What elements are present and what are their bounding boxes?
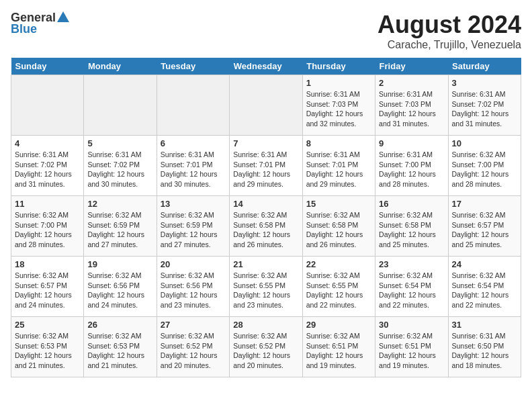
- day-number: 13: [161, 199, 226, 209]
- logo-arrow-icon: [57, 11, 69, 25]
- day-info: Sunrise: 6:31 AM Sunset: 6:50 PM Dayligh…: [452, 331, 517, 371]
- day-info: Sunrise: 6:31 AM Sunset: 7:02 PM Dayligh…: [452, 89, 517, 129]
- day-info: Sunrise: 6:32 AM Sunset: 6:57 PM Dayligh…: [452, 210, 517, 250]
- day-cell-23: 23Sunrise: 6:32 AM Sunset: 6:54 PM Dayli…: [375, 257, 448, 317]
- week-row-5: 25Sunrise: 6:32 AM Sunset: 6:53 PM Dayli…: [11, 317, 521, 377]
- day-header-thursday: Thursday: [302, 58, 375, 75]
- day-number: 20: [161, 259, 226, 269]
- day-number: 15: [306, 199, 371, 209]
- day-cell-11: 11Sunrise: 6:32 AM Sunset: 7:00 PM Dayli…: [11, 196, 84, 257]
- day-number: 14: [233, 199, 298, 209]
- day-cell-30: 30Sunrise: 6:32 AM Sunset: 6:51 PM Dayli…: [375, 317, 448, 377]
- empty-cell: [230, 75, 302, 136]
- day-info: Sunrise: 6:32 AM Sunset: 6:52 PM Dayligh…: [233, 331, 298, 371]
- day-cell-18: 18Sunrise: 6:32 AM Sunset: 6:57 PM Dayli…: [11, 257, 84, 317]
- day-info: Sunrise: 6:32 AM Sunset: 6:55 PM Dayligh…: [233, 271, 298, 310]
- day-cell-8: 8Sunrise: 6:31 AM Sunset: 7:01 PM Daylig…: [302, 136, 375, 196]
- day-cell-12: 12Sunrise: 6:32 AM Sunset: 6:59 PM Dayli…: [84, 196, 157, 257]
- day-cell-4: 4Sunrise: 6:31 AM Sunset: 7:02 PM Daylig…: [11, 136, 84, 196]
- day-cell-31: 31Sunrise: 6:31 AM Sunset: 6:50 PM Dayli…: [448, 317, 521, 377]
- header: General Blue August 2024 Carache, Trujil…: [11, 11, 521, 51]
- day-cell-29: 29Sunrise: 6:32 AM Sunset: 6:51 PM Dayli…: [302, 317, 375, 377]
- day-number: 12: [87, 199, 152, 209]
- day-info: Sunrise: 6:32 AM Sunset: 7:00 PM Dayligh…: [452, 150, 517, 189]
- day-info: Sunrise: 6:32 AM Sunset: 6:58 PM Dayligh…: [379, 210, 444, 250]
- empty-cell: [84, 75, 157, 136]
- days-header-row: SundayMondayTuesdayWednesdayThursdayFrid…: [11, 58, 521, 75]
- day-cell-10: 10Sunrise: 6:32 AM Sunset: 7:00 PM Dayli…: [448, 136, 521, 196]
- day-info: Sunrise: 6:32 AM Sunset: 6:59 PM Dayligh…: [87, 210, 152, 250]
- day-cell-25: 25Sunrise: 6:32 AM Sunset: 6:53 PM Dayli…: [11, 317, 84, 377]
- logo: General Blue: [11, 11, 69, 36]
- day-cell-13: 13Sunrise: 6:32 AM Sunset: 6:59 PM Dayli…: [157, 196, 229, 257]
- day-info: Sunrise: 6:32 AM Sunset: 6:57 PM Dayligh…: [15, 271, 80, 310]
- day-cell-22: 22Sunrise: 6:32 AM Sunset: 6:55 PM Dayli…: [302, 257, 375, 317]
- day-info: Sunrise: 6:31 AM Sunset: 7:03 PM Dayligh…: [306, 89, 371, 129]
- day-cell-3: 3Sunrise: 6:31 AM Sunset: 7:02 PM Daylig…: [448, 75, 521, 136]
- day-cell-20: 20Sunrise: 6:32 AM Sunset: 6:56 PM Dayli…: [157, 257, 229, 317]
- day-cell-24: 24Sunrise: 6:32 AM Sunset: 6:54 PM Dayli…: [448, 257, 521, 317]
- day-info: Sunrise: 6:32 AM Sunset: 6:59 PM Dayligh…: [161, 210, 226, 250]
- day-info: Sunrise: 6:32 AM Sunset: 6:55 PM Dayligh…: [306, 271, 371, 310]
- empty-cell: [11, 75, 84, 136]
- day-info: Sunrise: 6:32 AM Sunset: 6:54 PM Dayligh…: [452, 271, 517, 310]
- day-number: 23: [379, 259, 444, 269]
- day-cell-2: 2Sunrise: 6:31 AM Sunset: 7:03 PM Daylig…: [375, 75, 448, 136]
- day-number: 1: [306, 78, 371, 88]
- day-cell-14: 14Sunrise: 6:32 AM Sunset: 6:58 PM Dayli…: [230, 196, 302, 257]
- day-number: 4: [15, 138, 80, 148]
- day-info: Sunrise: 6:32 AM Sunset: 6:53 PM Dayligh…: [87, 331, 152, 371]
- day-number: 25: [15, 320, 80, 330]
- day-number: 9: [379, 138, 444, 148]
- day-number: 22: [306, 259, 371, 269]
- day-info: Sunrise: 6:32 AM Sunset: 6:53 PM Dayligh…: [15, 331, 80, 371]
- day-info: Sunrise: 6:32 AM Sunset: 6:51 PM Dayligh…: [379, 331, 444, 371]
- day-info: Sunrise: 6:31 AM Sunset: 7:02 PM Dayligh…: [87, 150, 152, 189]
- day-number: 5: [87, 138, 152, 148]
- day-number: 18: [15, 259, 80, 269]
- day-cell-1: 1Sunrise: 6:31 AM Sunset: 7:03 PM Daylig…: [302, 75, 375, 136]
- svg-marker-0: [57, 11, 69, 22]
- day-info: Sunrise: 6:32 AM Sunset: 6:56 PM Dayligh…: [161, 271, 226, 310]
- day-cell-28: 28Sunrise: 6:32 AM Sunset: 6:52 PM Dayli…: [230, 317, 302, 377]
- day-info: Sunrise: 6:32 AM Sunset: 6:51 PM Dayligh…: [306, 331, 371, 371]
- day-cell-21: 21Sunrise: 6:32 AM Sunset: 6:55 PM Dayli…: [230, 257, 302, 317]
- day-number: 17: [452, 199, 517, 209]
- week-row-4: 18Sunrise: 6:32 AM Sunset: 6:57 PM Dayli…: [11, 257, 521, 317]
- calendar-table: SundayMondayTuesdayWednesdayThursdayFrid…: [11, 58, 521, 377]
- day-cell-15: 15Sunrise: 6:32 AM Sunset: 6:58 PM Dayli…: [302, 196, 375, 257]
- day-cell-27: 27Sunrise: 6:32 AM Sunset: 6:52 PM Dayli…: [157, 317, 229, 377]
- logo-blue-text: Blue: [11, 22, 37, 36]
- day-info: Sunrise: 6:32 AM Sunset: 7:00 PM Dayligh…: [15, 210, 80, 250]
- day-number: 21: [233, 259, 298, 269]
- day-number: 16: [379, 199, 444, 209]
- day-info: Sunrise: 6:31 AM Sunset: 7:01 PM Dayligh…: [161, 150, 226, 189]
- day-cell-5: 5Sunrise: 6:31 AM Sunset: 7:02 PM Daylig…: [84, 136, 157, 196]
- day-cell-9: 9Sunrise: 6:31 AM Sunset: 7:00 PM Daylig…: [375, 136, 448, 196]
- day-number: 2: [379, 78, 444, 88]
- day-cell-26: 26Sunrise: 6:32 AM Sunset: 6:53 PM Dayli…: [84, 317, 157, 377]
- day-info: Sunrise: 6:31 AM Sunset: 7:01 PM Dayligh…: [233, 150, 298, 189]
- day-cell-6: 6Sunrise: 6:31 AM Sunset: 7:01 PM Daylig…: [157, 136, 229, 196]
- day-number: 31: [452, 320, 517, 330]
- day-number: 28: [233, 320, 298, 330]
- day-number: 3: [452, 78, 517, 88]
- day-number: 24: [452, 259, 517, 269]
- day-number: 8: [306, 138, 371, 148]
- week-row-1: 1Sunrise: 6:31 AM Sunset: 7:03 PM Daylig…: [11, 75, 521, 136]
- day-header-monday: Monday: [84, 58, 157, 75]
- day-number: 6: [161, 138, 226, 148]
- day-cell-7: 7Sunrise: 6:31 AM Sunset: 7:01 PM Daylig…: [230, 136, 302, 196]
- day-number: 11: [15, 199, 80, 209]
- week-row-2: 4Sunrise: 6:31 AM Sunset: 7:02 PM Daylig…: [11, 136, 521, 196]
- day-header-saturday: Saturday: [448, 58, 521, 75]
- day-info: Sunrise: 6:31 AM Sunset: 7:02 PM Dayligh…: [15, 150, 80, 189]
- day-header-sunday: Sunday: [11, 58, 84, 75]
- day-info: Sunrise: 6:32 AM Sunset: 6:52 PM Dayligh…: [161, 331, 226, 371]
- day-header-wednesday: Wednesday: [230, 58, 302, 75]
- week-row-3: 11Sunrise: 6:32 AM Sunset: 7:00 PM Dayli…: [11, 196, 521, 257]
- calendar-title: August 2024: [378, 11, 521, 39]
- calendar-subtitle: Carache, Trujillo, Venezuela: [378, 39, 521, 51]
- day-cell-16: 16Sunrise: 6:32 AM Sunset: 6:58 PM Dayli…: [375, 196, 448, 257]
- day-header-friday: Friday: [375, 58, 448, 75]
